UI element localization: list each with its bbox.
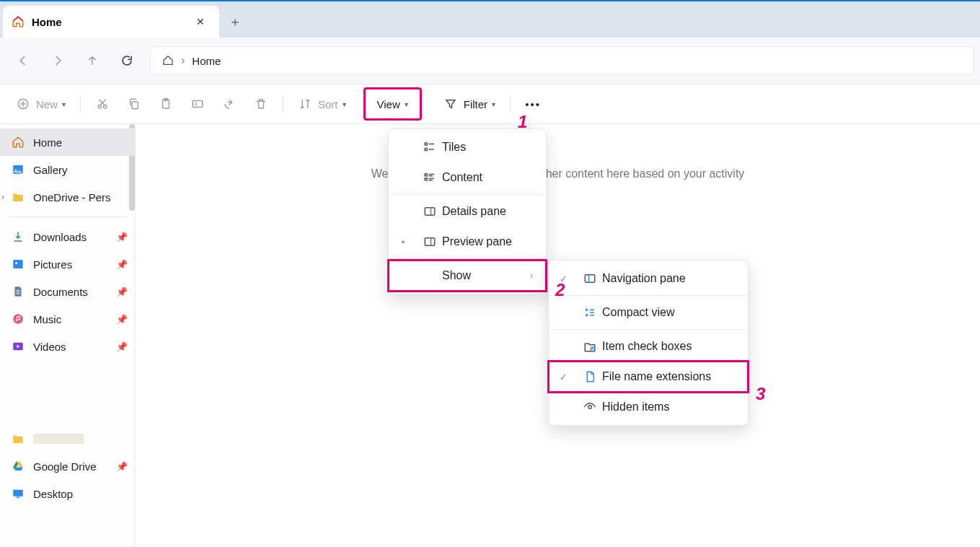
share-button[interactable] xyxy=(213,91,245,117)
video-icon xyxy=(12,340,25,353)
empty-state-message: We'll show your recent files and other c… xyxy=(164,167,951,180)
folder-icon xyxy=(12,432,25,445)
sort-icon xyxy=(298,97,312,111)
sidebar-item-downloads[interactable]: Downloads 📌 xyxy=(0,223,135,250)
sidebar-item-pictures[interactable]: Pictures 📌 xyxy=(0,250,135,278)
sidebar-item-videos[interactable]: Videos 📌 xyxy=(0,333,135,360)
filter-button-label: Filter xyxy=(464,98,487,110)
up-button[interactable] xyxy=(75,46,110,75)
file-icon xyxy=(578,370,602,383)
view-menu-content[interactable]: Content xyxy=(389,162,546,193)
menu-item-label: File name extensions xyxy=(602,370,711,383)
home-icon xyxy=(155,55,181,66)
view-button[interactable]: View ▾ xyxy=(368,91,417,117)
chevron-right-icon: › xyxy=(530,271,533,281)
copy-icon xyxy=(127,97,141,111)
address-bar[interactable]: › Home xyxy=(150,46,974,75)
sort-button-label: Sort xyxy=(318,98,338,110)
gallery-icon xyxy=(12,258,25,271)
view-menu-tiles[interactable]: Tiles xyxy=(389,132,546,162)
plus-circle-icon xyxy=(16,97,30,111)
pin-icon: 📌 xyxy=(116,314,128,325)
sidebar-item-documents[interactable]: Documents 📌 xyxy=(0,278,135,305)
sidebar-item-home[interactable]: Home xyxy=(0,128,135,156)
show-menu-hidden-items[interactable]: Hidden items xyxy=(549,392,748,422)
back-button[interactable] xyxy=(6,46,40,75)
svg-point-12 xyxy=(18,319,19,320)
checkbox-icon xyxy=(578,340,602,353)
pin-icon: 📌 xyxy=(116,232,128,242)
svg-rect-21 xyxy=(425,238,435,246)
rename-button[interactable] xyxy=(182,91,213,117)
separator xyxy=(549,329,748,330)
new-tab-button[interactable]: ＋ xyxy=(219,6,251,38)
menu-item-label: Hidden items xyxy=(602,401,669,413)
view-dropdown-menu: Tiles Content Details pane • Preview pan… xyxy=(388,128,547,294)
sidebar-item-gallery[interactable]: Gallery xyxy=(0,156,135,183)
forward-button[interactable] xyxy=(40,46,75,75)
close-tab-button[interactable]: ✕ xyxy=(190,16,211,27)
music-icon xyxy=(12,312,25,325)
sidebar-item-onedrive[interactable]: › OneDrive - Pers xyxy=(0,183,135,211)
chevron-down-icon: ▾ xyxy=(62,100,66,108)
annotation-2: 2 xyxy=(555,280,565,300)
document-icon xyxy=(12,285,25,298)
menu-item-label: Compact view xyxy=(602,306,674,319)
svg-rect-17 xyxy=(425,149,427,151)
sidebar-item-music[interactable]: Music 📌 xyxy=(0,305,135,333)
pin-icon: 📌 xyxy=(116,259,128,270)
menu-item-label: Item check boxes xyxy=(602,340,692,353)
menu-item-label: Navigation pane xyxy=(602,272,686,285)
eye-icon xyxy=(578,401,602,413)
svg-rect-16 xyxy=(425,143,427,145)
view-menu-details-pane[interactable]: Details pane xyxy=(389,196,546,227)
show-menu-navigation-pane[interactable]: ✓ Navigation pane xyxy=(549,263,748,294)
cut-button[interactable] xyxy=(87,91,118,117)
sidebar-item-label: Desktop xyxy=(33,488,73,500)
sort-button[interactable]: Sort ▾ xyxy=(289,91,355,117)
desktop-icon xyxy=(12,487,25,500)
pane-right-icon xyxy=(418,235,442,248)
chevron-right-icon[interactable]: › xyxy=(1,192,4,202)
redacted-label xyxy=(33,434,84,444)
menu-item-label: Details pane xyxy=(442,205,506,218)
sidebar-item-google-drive[interactable]: Google Drive 📌 xyxy=(0,452,135,480)
menu-item-label: Show xyxy=(442,269,471,282)
svg-rect-20 xyxy=(425,208,435,216)
tab-title: Home xyxy=(32,16,190,28)
pin-icon: 📌 xyxy=(116,341,128,352)
annotation-3: 3 xyxy=(756,384,765,404)
paste-button[interactable] xyxy=(150,91,182,117)
content-icon xyxy=(418,171,442,184)
tab-home[interactable]: Home ✕ xyxy=(3,6,219,38)
sidebar: Home Gallery › OneDrive - Pers Downloads… xyxy=(0,124,136,547)
sidebar-item-desktop[interactable]: Desktop xyxy=(0,480,135,507)
view-menu-preview-pane[interactable]: • Preview pane xyxy=(389,227,546,257)
sidebar-item-label: Documents xyxy=(33,286,88,298)
pin-icon: 📌 xyxy=(116,286,128,297)
trash-icon xyxy=(254,97,268,111)
pin-icon: 📌 xyxy=(116,461,128,472)
sidebar-item-label: Downloads xyxy=(33,231,87,243)
cut-icon xyxy=(95,97,110,111)
sidebar-item-placeholder[interactable] xyxy=(0,425,135,452)
google-drive-icon xyxy=(12,460,25,473)
sidebar-item-label: Gallery xyxy=(33,164,68,176)
separator xyxy=(549,295,748,296)
show-menu-file-name-extensions[interactable]: ✓ File name extensions xyxy=(549,362,748,392)
filter-button[interactable]: Filter ▾ xyxy=(435,91,504,117)
copy-button[interactable] xyxy=(118,91,150,117)
show-menu-item-check-boxes[interactable]: Item check boxes xyxy=(549,331,748,362)
delete-button[interactable] xyxy=(245,91,277,117)
sidebar-item-label: Music xyxy=(33,313,61,325)
svg-rect-6 xyxy=(193,101,203,108)
breadcrumb-location[interactable]: Home xyxy=(185,55,228,67)
view-menu-show[interactable]: Show › xyxy=(389,261,546,291)
new-button[interactable]: New ▾ xyxy=(7,91,74,117)
folder-icon xyxy=(12,191,25,204)
show-menu-compact-view[interactable]: Compact view xyxy=(549,297,748,328)
refresh-button[interactable] xyxy=(110,46,144,75)
pane-right-icon xyxy=(418,205,442,218)
separator xyxy=(283,95,283,113)
separator xyxy=(9,216,126,217)
